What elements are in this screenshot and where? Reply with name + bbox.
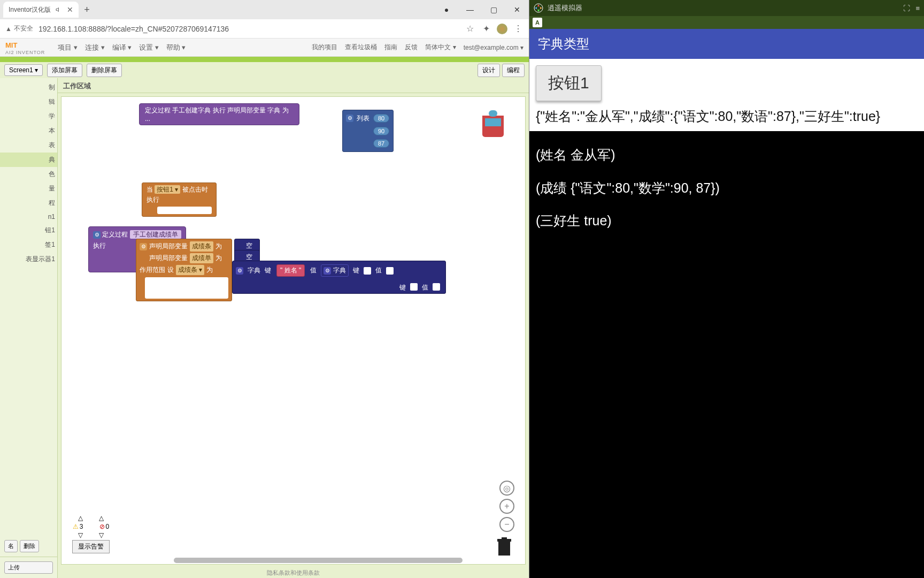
blockly-canvas[interactable]: 定义过程 手工创建字典 执行 声明局部变量 字典 为 ... ⚙ 列表 80 9…: [61, 96, 526, 565]
app-title: 字典类型: [538, 35, 589, 52]
palette-item[interactable]: 签1: [0, 238, 57, 252]
palette-item[interactable]: 辑: [0, 95, 57, 109]
warning-icon: ▲: [5, 25, 12, 33]
screen-selector[interactable]: Screen1 ▾: [4, 64, 43, 76]
menu-connect[interactable]: 连接 ▾: [82, 40, 108, 56]
warning-count: 3: [80, 523, 83, 530]
feedback[interactable]: 反馈: [405, 43, 418, 52]
warning-icon: ⚠: [73, 523, 79, 530]
language[interactable]: 简体中文 ▾: [425, 43, 456, 52]
avatar[interactable]: [497, 24, 507, 34]
error-icon: ⊘: [99, 523, 105, 530]
palette-item[interactable]: 表显示器1: [0, 252, 57, 267]
gear-icon[interactable]: ⚙: [346, 115, 353, 122]
delete-screen-button[interactable]: 删除屏幕: [87, 64, 122, 77]
mute-icon[interactable]: [55, 6, 63, 13]
my-projects[interactable]: 我的项目: [312, 43, 337, 52]
svg-rect-1: [498, 542, 510, 556]
palette-item[interactable]: n1: [0, 210, 57, 223]
gear-icon[interactable]: ⚙: [324, 267, 331, 275]
number-input[interactable]: 80: [373, 114, 389, 123]
tab-strip: Inventor汉化版 ✕ + ● — ▢ ✕: [0, 0, 529, 19]
palette-item[interactable]: 学: [0, 109, 57, 124]
zoom-in-button[interactable]: +: [499, 499, 514, 514]
blocks-palette: 制 辑 学 本 表 典 色 量 程 n1 钮1 签1 表显示器1 名 删除 上传: [0, 78, 58, 578]
designer-button[interactable]: 设计: [478, 64, 500, 77]
work-area-title: 工作区域: [58, 78, 529, 93]
user-menu[interactable]: test@example.com ▾: [464, 44, 523, 51]
project-bar: Screen1 ▾ 添加屏幕 删除屏幕 设计 编程: [0, 62, 529, 78]
palette-item[interactable]: 量: [0, 181, 57, 196]
window-controls: ● — ▢ ✕: [435, 2, 529, 17]
gear-icon[interactable]: ⚙: [236, 267, 243, 275]
fullscreen-icon[interactable]: ⛶: [903, 4, 910, 12]
button1[interactable]: 按钮1: [536, 65, 602, 101]
palette-item[interactable]: 钮1: [0, 223, 57, 238]
footer-text: 隐私条款和使用条款: [58, 568, 529, 578]
procedure-definition-block[interactable]: ⚙ 定义过程 手工创建成绩单 执行 ⚙ 声明局部变量 成绩条 为: [88, 226, 186, 272]
menu-build[interactable]: 编译 ▾: [109, 40, 135, 56]
zoom-out-button[interactable]: −: [499, 517, 514, 532]
backpack-icon[interactable]: [477, 108, 509, 137]
collapse-down-icon[interactable]: ▽: [99, 531, 104, 539]
collapse-up-icon[interactable]: △: [99, 514, 104, 522]
minimize-button[interactable]: —: [458, 2, 482, 17]
rename-button[interactable]: 名: [4, 540, 18, 552]
list-block[interactable]: ⚙ 列表 80 90 87: [342, 110, 394, 152]
blocks-button[interactable]: 编程: [502, 64, 525, 77]
palette-item[interactable]: 表: [0, 138, 57, 153]
procedure-name-input[interactable]: 手工创建成绩单: [130, 230, 181, 239]
star-icon[interactable]: ☆: [465, 24, 475, 34]
add-screen-button[interactable]: 添加屏幕: [47, 64, 82, 77]
gear-icon[interactable]: ⚙: [140, 243, 147, 250]
close-button[interactable]: ✕: [505, 2, 529, 17]
menu-settings[interactable]: 设置 ▾: [136, 40, 162, 56]
trash-icon[interactable]: [496, 537, 512, 557]
collapse-down-icon[interactable]: ▽: [78, 531, 83, 539]
collapsed-procedure-block[interactable]: 定义过程 手工创建字典 执行 声明局部变量 字典 为 ...: [139, 103, 299, 125]
menu-project[interactable]: 项目 ▾: [55, 40, 81, 56]
number-input[interactable]: 87: [373, 139, 389, 148]
url-field[interactable]: 192.168.1.108:8888/?locale=zh_CN#5207287…: [38, 25, 459, 33]
more-icon[interactable]: ⋮: [513, 24, 523, 34]
close-icon[interactable]: ✕: [67, 5, 73, 14]
show-warnings-button[interactable]: 显示告警: [72, 540, 110, 553]
palette-item[interactable]: 典: [0, 153, 57, 167]
menu-help[interactable]: 帮助 ▾: [163, 40, 189, 56]
text-input[interactable]: " 姓名 ": [276, 264, 305, 277]
menu-icon[interactable]: ≡: [915, 4, 920, 12]
guide[interactable]: 指南: [384, 43, 397, 52]
view-trash[interactable]: 查看垃圾桶: [345, 43, 377, 52]
header-right: 我的项目 查看垃圾桶 指南 反馈 简体中文 ▾ test@example.com…: [312, 43, 523, 52]
center-button[interactable]: ◎: [499, 481, 514, 496]
collapse-up-icon[interactable]: △: [78, 514, 83, 522]
new-tab-button[interactable]: +: [84, 4, 90, 16]
list-entry: (三好生 true): [536, 212, 918, 230]
svg-rect-3: [502, 537, 507, 539]
upload-button[interactable]: 上传: [4, 561, 53, 574]
number-input[interactable]: 90: [373, 127, 389, 135]
app-body: 按钮1 {"姓名":"金从军","成绩":{"语文":80,"数语":87},"…: [529, 59, 924, 578]
extensions-icon[interactable]: ✦: [481, 24, 491, 34]
browser-tab[interactable]: Inventor汉化版 ✕: [3, 2, 79, 18]
emulator-statusbar: A: [529, 16, 924, 29]
delete-button[interactable]: 删除: [20, 540, 39, 552]
main-body: 制 辑 学 本 表 典 色 量 程 n1 钮1 签1 表显示器1 名 删除 上传…: [0, 78, 529, 578]
record-icon[interactable]: ●: [435, 2, 458, 17]
address-bar: ▲ 不安全 192.168.1.108:8888/?locale=zh_CN#5…: [0, 19, 529, 39]
list-entry: (姓名 金从军): [536, 146, 918, 164]
list-entry: (成绩 {"语文":80,"数学":90, 87}): [536, 179, 918, 197]
ssl-warning[interactable]: ▲ 不安全: [5, 24, 33, 33]
emulator-window: 逍遥模拟器 ⛶ ≡ A 字典类型 按钮1 {"姓名":"金从军","成绩":{"…: [529, 0, 924, 578]
horizontal-scrollbar[interactable]: [174, 558, 463, 563]
tab-title: Inventor汉化版: [9, 5, 51, 14]
app-badge: A: [533, 18, 542, 27]
palette-item[interactable]: 色: [0, 167, 57, 181]
event-block[interactable]: 当 按钮1 ▾ 被点击时 执行: [142, 182, 217, 217]
gear-icon[interactable]: ⚙: [93, 231, 101, 239]
maximize-button[interactable]: ▢: [482, 2, 505, 17]
palette-item[interactable]: 程: [0, 196, 57, 210]
palette-item[interactable]: 制: [0, 80, 57, 95]
palette-item[interactable]: 本: [0, 124, 57, 138]
svg-rect-0: [489, 110, 497, 117]
